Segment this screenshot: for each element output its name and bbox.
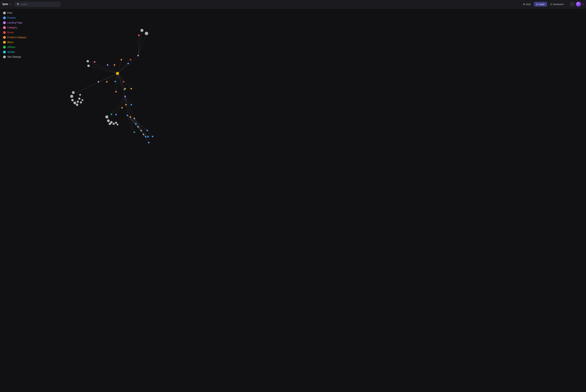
node-n6[interactable]	[77, 100, 79, 103]
node-n12[interactable]	[87, 64, 90, 67]
node-n11[interactable]	[86, 60, 89, 62]
node-n10[interactable]	[79, 94, 81, 96]
legend-dot-menu	[3, 41, 6, 44]
legend-label-affiliate: Affiliate	[7, 46, 15, 48]
desk-icon: ⊞	[523, 3, 525, 6]
node-n51[interactable]	[143, 134, 144, 135]
node-n52[interactable]	[145, 136, 146, 138]
legend-label-vendor: Vendor	[7, 51, 15, 54]
node-n13[interactable]	[94, 61, 95, 63]
search-input[interactable]	[21, 3, 58, 6]
node-n16[interactable]	[120, 59, 122, 60]
node-n8[interactable]	[80, 101, 82, 104]
legend-label-route: Route	[7, 31, 14, 34]
node-n24[interactable]	[98, 81, 99, 82]
node-hub[interactable]	[116, 72, 119, 75]
node-n31[interactable]	[124, 96, 126, 97]
edge-27	[116, 96, 125, 115]
node-n50[interactable]	[133, 132, 135, 133]
node-n53[interactable]	[146, 130, 148, 131]
legend-item-product[interactable]: Product	[3, 16, 26, 19]
node-n21[interactable]	[145, 32, 148, 35]
legend-item-menu[interactable]: Menu	[3, 41, 26, 44]
node-n3[interactable]	[71, 99, 74, 101]
node-n36[interactable]	[115, 114, 117, 116]
nav-dashboard-label: Dashboard	[553, 3, 564, 6]
node-n46[interactable]	[117, 124, 118, 126]
graph-canvas[interactable]	[0, 8, 586, 392]
legend-dot-category	[3, 26, 6, 29]
edge-40	[130, 117, 143, 134]
node-n28[interactable]	[124, 88, 126, 90]
nav-desk[interactable]: ⊞ Desk	[521, 2, 533, 7]
node-n20[interactable]	[140, 29, 143, 32]
legend-dot-site-settings	[3, 56, 6, 58]
node-n17[interactable]	[127, 63, 129, 64]
node-n55[interactable]	[152, 136, 153, 137]
node-n15[interactable]	[114, 64, 115, 66]
notification-badge[interactable]: 0	[570, 2, 575, 6]
node-n4[interactable]	[73, 102, 76, 104]
avatar[interactable]	[576, 2, 581, 7]
node-n47[interactable]	[135, 123, 137, 124]
nav-dashboard[interactable]: ⊡ Dashboard	[548, 2, 566, 7]
node-n19[interactable]	[137, 55, 139, 56]
node-n1[interactable]	[72, 91, 75, 94]
node-n34[interactable]	[130, 104, 132, 106]
legend-item-post[interactable]: Post	[3, 12, 26, 14]
node-n7[interactable]	[78, 98, 80, 100]
node-n30[interactable]	[115, 91, 117, 92]
legend-item-category[interactable]: Category	[3, 26, 26, 29]
node-n39[interactable]	[133, 118, 135, 119]
legend-item-route[interactable]: Route	[3, 31, 26, 34]
nav-graph[interactable]: {} Graph	[534, 2, 547, 6]
edge-15	[98, 74, 117, 82]
node-n45[interactable]	[115, 122, 117, 124]
legend-label-category: Category	[7, 26, 17, 29]
node-n5[interactable]	[76, 104, 78, 106]
edge-49	[143, 134, 149, 142]
avatar-image	[576, 2, 581, 7]
node-n56[interactable]	[148, 142, 149, 143]
legend-dot-affiliate	[3, 46, 6, 48]
node-n33[interactable]	[121, 107, 123, 108]
dashboard-icon: ⊡	[550, 3, 552, 6]
node-n25[interactable]	[114, 81, 116, 82]
node-n38[interactable]	[130, 116, 131, 118]
node-n9[interactable]	[81, 99, 83, 101]
legend-dot-vendor	[3, 51, 6, 54]
graph-svg	[0, 8, 586, 392]
main-nav: ⊞ Desk {} Graph ⊡ Dashboard	[521, 2, 566, 7]
legend-item-product-category[interactable]: Product Category	[3, 36, 26, 39]
node-n23[interactable]	[106, 81, 108, 82]
brand: fynn ✎	[2, 2, 11, 6]
node-n49[interactable]	[140, 130, 142, 132]
node-n41[interactable]	[107, 119, 110, 122]
chevron-down-icon[interactable]: ▾	[583, 3, 584, 5]
node-n37[interactable]	[127, 115, 128, 116]
legend-dot-post	[3, 12, 6, 14]
edge-0	[73, 74, 117, 94]
node-n26[interactable]	[123, 81, 124, 82]
legend-item-site-settings[interactable]: Site Settings	[3, 56, 26, 58]
search-bar[interactable]: 🔍	[15, 2, 60, 6]
legend-item-affiliate[interactable]: Affiliate	[3, 46, 26, 48]
node-n54[interactable]	[147, 136, 149, 138]
edge-4	[88, 66, 117, 74]
legend-item-vendor[interactable]: Vendor	[3, 51, 26, 54]
node-n35[interactable]	[111, 114, 112, 115]
edit-icon[interactable]: ✎	[9, 3, 11, 6]
node-n29[interactable]	[130, 88, 132, 90]
node-n14[interactable]	[107, 64, 108, 66]
edge-12	[138, 34, 146, 56]
node-n32[interactable]	[125, 104, 127, 106]
node-n2[interactable]	[70, 95, 73, 98]
node-n22[interactable]	[138, 34, 140, 36]
node-n48[interactable]	[137, 126, 139, 128]
node-n40[interactable]	[105, 116, 108, 118]
node-n18[interactable]	[130, 59, 131, 60]
node-n43[interactable]	[110, 121, 113, 124]
edge-22	[117, 74, 125, 96]
node-n44[interactable]	[113, 123, 115, 125]
legend-item-landing-page[interactable]: Landing Page	[3, 21, 26, 24]
